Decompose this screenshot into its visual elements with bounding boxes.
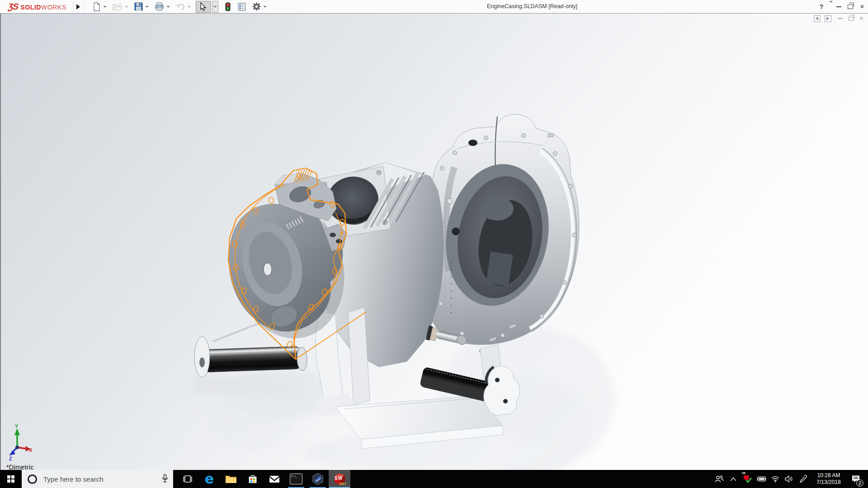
taskbar: Type here to search e xyxy=(0,470,868,488)
volume-button[interactable] xyxy=(782,470,796,488)
menu-flyout-button[interactable] xyxy=(73,2,84,12)
hexagon-app-button[interactable] xyxy=(307,470,329,488)
save-dropdown[interactable] xyxy=(145,1,150,12)
triad-x-label: X xyxy=(29,447,33,453)
rebuild-traffic-light-icon xyxy=(225,2,231,11)
battery-button[interactable] xyxy=(754,470,768,488)
rebuild-button[interactable] xyxy=(224,1,231,12)
people-icon xyxy=(715,475,724,483)
file-explorer-button[interactable] xyxy=(220,470,242,488)
print-button[interactable] xyxy=(154,1,165,12)
tray-date: 7/13/2018 xyxy=(812,479,845,486)
cortana-icon xyxy=(28,474,37,484)
speaker-icon xyxy=(785,475,793,483)
open-folder-icon xyxy=(113,3,123,11)
microphone-icon[interactable] xyxy=(162,474,168,483)
next-window-button[interactable] xyxy=(825,15,831,22)
document-minimize-button[interactable] xyxy=(838,18,843,19)
solidworks-taskbar-button[interactable]: SW 2017 xyxy=(329,470,350,488)
hex-bolt[interactable] xyxy=(452,228,459,235)
command-prompt-button[interactable]: C:\_ xyxy=(285,470,307,488)
windows-ink-button[interactable] xyxy=(796,470,810,488)
select-tool-button[interactable] xyxy=(196,1,211,13)
wifi-icon xyxy=(771,476,780,483)
brand-works: WORKS xyxy=(41,4,66,11)
notification-badge: 2 xyxy=(856,479,863,487)
help-button[interactable]: ? xyxy=(816,0,827,13)
save-floppy-icon xyxy=(134,2,143,11)
battery-icon xyxy=(756,476,766,482)
document-window-controls: × xyxy=(814,15,863,22)
flyout-arrow-icon xyxy=(76,4,80,9)
mail-button[interactable] xyxy=(264,470,285,488)
solidworks-mark-icon: ƷS xyxy=(7,2,19,11)
undo-button[interactable] xyxy=(175,1,186,12)
window-left-edge xyxy=(0,14,1,470)
window-controls: ? × xyxy=(816,0,868,13)
store-icon xyxy=(248,474,258,484)
taskbar-clock[interactable]: 10:28 AM 7/13/2018 xyxy=(812,472,845,486)
document-restore-button[interactable] xyxy=(849,17,854,21)
solidworks-app-icon: SW 2017 xyxy=(333,472,346,486)
undo-arrow-icon xyxy=(176,3,185,10)
shaft-ear-plate[interactable] xyxy=(194,337,210,377)
open-dropdown[interactable] xyxy=(124,1,129,12)
new-document-button[interactable] xyxy=(92,1,102,12)
file-properties-icon xyxy=(238,3,246,11)
document-close-button[interactable]: × xyxy=(859,15,863,22)
graphics-viewport[interactable]: Y X Z xyxy=(0,14,868,470)
people-button[interactable] xyxy=(712,470,726,488)
start-button[interactable] xyxy=(0,470,22,488)
taskbar-apps: e C:\_ xyxy=(177,470,350,488)
task-view-icon xyxy=(183,475,193,483)
solidworks-monitor-button[interactable]: SW xyxy=(740,470,754,488)
search-placeholder: Type here to search xyxy=(43,475,104,483)
new-document-icon xyxy=(93,2,101,11)
print-icon xyxy=(155,2,164,11)
taskbar-search[interactable]: Type here to search xyxy=(22,470,173,488)
close-button[interactable]: × xyxy=(856,0,868,13)
file-properties-button[interactable] xyxy=(237,1,247,12)
options-dropdown[interactable] xyxy=(263,1,268,12)
triad-z-label: Z xyxy=(9,456,12,461)
mail-icon xyxy=(269,475,280,483)
edge-button[interactable]: e xyxy=(198,470,220,488)
restore-button[interactable] xyxy=(844,0,856,13)
new-document-dropdown[interactable] xyxy=(103,1,108,12)
help-dropdown[interactable] xyxy=(829,3,833,11)
3d-viewport-scene[interactable]: Y X Z xyxy=(0,14,868,470)
hidden-icons-button[interactable] xyxy=(726,470,740,488)
port-cap[interactable] xyxy=(468,140,477,146)
quick-access-toolbar xyxy=(92,1,271,13)
windows-logo-icon xyxy=(7,475,14,483)
select-tool-dropdown[interactable] xyxy=(212,1,218,13)
chevron-right-icon xyxy=(826,17,829,20)
solidworks-shield-icon xyxy=(743,474,752,483)
document-title: EngineCasing.SLDASM [Read-only] xyxy=(487,0,577,13)
wifi-button[interactable] xyxy=(768,470,782,488)
file-explorer-icon xyxy=(225,474,237,483)
select-cursor-icon xyxy=(200,2,207,11)
triad-y-label: Y xyxy=(15,423,19,429)
chevron-up-icon xyxy=(730,477,736,481)
minimize-button[interactable] xyxy=(833,0,844,13)
task-view-button[interactable] xyxy=(177,470,198,488)
hexagon-app-icon xyxy=(312,473,324,485)
system-tray: SW xyxy=(712,470,868,488)
undo-dropdown[interactable] xyxy=(187,1,192,12)
tray-time: 10:28 AM xyxy=(812,472,845,479)
open-button[interactable] xyxy=(112,1,123,12)
store-button[interactable] xyxy=(242,470,264,488)
options-button[interactable] xyxy=(251,1,262,12)
previous-window-button[interactable] xyxy=(814,15,821,22)
action-center-button[interactable]: 2 xyxy=(847,470,864,488)
solidworks-logo: ƷS SOLID WORKS xyxy=(8,2,66,11)
brand-solid: SOLID xyxy=(20,4,41,11)
pen-icon xyxy=(799,475,807,483)
print-dropdown[interactable] xyxy=(166,1,171,12)
gear-icon xyxy=(252,2,261,11)
solidworks-desktop: { "window": { "brand": {"mark": "ƷS", "n… xyxy=(0,0,868,488)
save-button[interactable] xyxy=(133,1,144,12)
command-prompt-icon: C:\_ xyxy=(290,474,302,484)
title-bar: ƷS SOLID WORKS xyxy=(0,0,868,14)
